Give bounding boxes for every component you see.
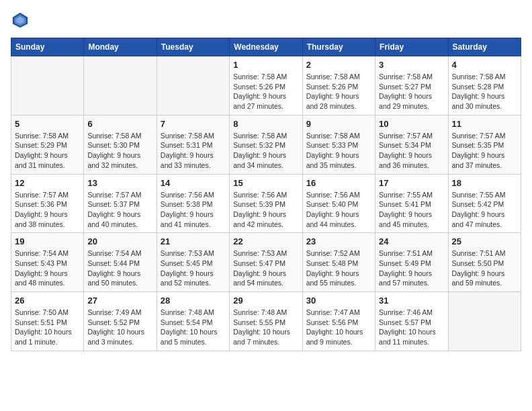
calendar-day-28: 28Sunrise: 7:48 AM Sunset: 5:54 PM Dayli…: [157, 292, 229, 351]
day-number: 6: [87, 119, 152, 129]
calendar-day-31: 31Sunrise: 7:46 AM Sunset: 5:57 PM Dayli…: [375, 292, 448, 351]
calendar-header-row: SundayMondayTuesdayWednesdayThursdayFrid…: [11, 38, 521, 56]
day-number: 12: [15, 178, 80, 188]
calendar-day-14: 14Sunrise: 7:56 AM Sunset: 5:38 PM Dayli…: [157, 174, 229, 233]
day-info: Sunrise: 7:47 AM Sunset: 5:56 PM Dayligh…: [306, 308, 371, 347]
day-info: Sunrise: 7:54 AM Sunset: 5:43 PM Dayligh…: [15, 248, 80, 288]
day-info: Sunrise: 7:55 AM Sunset: 5:41 PM Dayligh…: [379, 190, 444, 230]
col-header-tuesday: Tuesday: [157, 38, 229, 56]
day-info: Sunrise: 7:51 AM Sunset: 5:49 PM Dayligh…: [379, 248, 444, 288]
header: [11, 11, 521, 30]
calendar-week-row: 1Sunrise: 7:58 AM Sunset: 5:26 PM Daylig…: [11, 56, 521, 116]
calendar-day-2: 2Sunrise: 7:58 AM Sunset: 5:26 PM Daylig…: [302, 56, 375, 116]
day-info: Sunrise: 7:52 AM Sunset: 5:48 PM Dayligh…: [306, 248, 371, 288]
day-number: 28: [161, 295, 226, 306]
day-number: 18: [452, 178, 517, 188]
calendar-day-5: 5Sunrise: 7:58 AM Sunset: 5:29 PM Daylig…: [11, 115, 84, 174]
calendar-day-20: 20Sunrise: 7:54 AM Sunset: 5:44 PM Dayli…: [84, 233, 157, 292]
day-number: 10: [379, 119, 444, 129]
day-info: Sunrise: 7:56 AM Sunset: 5:38 PM Dayligh…: [161, 190, 226, 230]
calendar-day-15: 15Sunrise: 7:56 AM Sunset: 5:39 PM Dayli…: [230, 174, 302, 233]
calendar-day-19: 19Sunrise: 7:54 AM Sunset: 5:43 PM Dayli…: [11, 233, 84, 292]
calendar-day-4: 4Sunrise: 7:58 AM Sunset: 5:28 PM Daylig…: [448, 56, 521, 116]
calendar-day-1: 1Sunrise: 7:58 AM Sunset: 5:26 PM Daylig…: [230, 56, 302, 116]
day-number: 29: [233, 295, 298, 306]
day-info: Sunrise: 7:58 AM Sunset: 5:33 PM Dayligh…: [306, 131, 371, 171]
day-number: 25: [452, 236, 517, 246]
col-header-monday: Monday: [84, 38, 157, 56]
day-info: Sunrise: 7:53 AM Sunset: 5:45 PM Dayligh…: [161, 248, 226, 288]
day-number: 23: [306, 236, 371, 246]
day-info: Sunrise: 7:48 AM Sunset: 5:55 PM Dayligh…: [233, 308, 298, 347]
day-info: Sunrise: 7:49 AM Sunset: 5:52 PM Dayligh…: [87, 308, 152, 347]
col-header-wednesday: Wednesday: [230, 38, 302, 56]
calendar-day-16: 16Sunrise: 7:56 AM Sunset: 5:40 PM Dayli…: [302, 174, 375, 233]
day-number: 4: [452, 60, 517, 70]
day-number: 24: [379, 236, 444, 246]
day-number: 9: [306, 119, 371, 129]
calendar-day-29: 29Sunrise: 7:48 AM Sunset: 5:55 PM Dayli…: [230, 292, 302, 351]
col-header-saturday: Saturday: [448, 38, 521, 56]
calendar-day-6: 6Sunrise: 7:58 AM Sunset: 5:30 PM Daylig…: [84, 115, 157, 174]
calendar-day-26: 26Sunrise: 7:50 AM Sunset: 5:51 PM Dayli…: [11, 292, 84, 351]
day-info: Sunrise: 7:48 AM Sunset: 5:54 PM Dayligh…: [161, 308, 226, 347]
day-info: Sunrise: 7:57 AM Sunset: 5:37 PM Dayligh…: [87, 190, 152, 230]
day-info: Sunrise: 7:56 AM Sunset: 5:40 PM Dayligh…: [306, 190, 371, 230]
day-number: 5: [15, 119, 80, 129]
calendar-week-row: 19Sunrise: 7:54 AM Sunset: 5:43 PM Dayli…: [11, 233, 521, 292]
day-number: 19: [15, 236, 80, 246]
calendar-day-21: 21Sunrise: 7:53 AM Sunset: 5:45 PM Dayli…: [157, 233, 229, 292]
day-info: Sunrise: 7:58 AM Sunset: 5:28 PM Dayligh…: [452, 72, 517, 111]
calendar-empty: [448, 292, 521, 351]
day-number: 7: [161, 119, 226, 129]
calendar-day-8: 8Sunrise: 7:58 AM Sunset: 5:32 PM Daylig…: [230, 115, 302, 174]
day-number: 17: [379, 178, 444, 188]
calendar-day-27: 27Sunrise: 7:49 AM Sunset: 5:52 PM Dayli…: [84, 292, 157, 351]
day-info: Sunrise: 7:51 AM Sunset: 5:50 PM Dayligh…: [452, 248, 517, 288]
day-number: 2: [306, 60, 371, 70]
calendar-empty: [157, 56, 229, 116]
day-number: 11: [452, 119, 517, 129]
calendar-empty: [84, 56, 157, 116]
day-number: 16: [306, 178, 371, 188]
day-info: Sunrise: 7:58 AM Sunset: 5:32 PM Dayligh…: [233, 131, 298, 171]
calendar-week-row: 5Sunrise: 7:58 AM Sunset: 5:29 PM Daylig…: [11, 115, 521, 174]
day-info: Sunrise: 7:57 AM Sunset: 5:34 PM Dayligh…: [379, 131, 444, 171]
day-number: 27: [87, 295, 152, 306]
day-info: Sunrise: 7:58 AM Sunset: 5:30 PM Dayligh…: [87, 131, 152, 171]
day-number: 14: [161, 178, 226, 188]
day-info: Sunrise: 7:57 AM Sunset: 5:35 PM Dayligh…: [452, 131, 517, 171]
calendar-day-23: 23Sunrise: 7:52 AM Sunset: 5:48 PM Dayli…: [302, 233, 375, 292]
calendar-empty: [11, 56, 84, 116]
day-info: Sunrise: 7:57 AM Sunset: 5:36 PM Dayligh…: [15, 190, 80, 230]
day-number: 30: [306, 295, 371, 306]
calendar-week-row: 12Sunrise: 7:57 AM Sunset: 5:36 PM Dayli…: [11, 174, 521, 233]
day-number: 1: [233, 60, 298, 70]
day-info: Sunrise: 7:56 AM Sunset: 5:39 PM Dayligh…: [233, 190, 298, 230]
calendar-day-22: 22Sunrise: 7:53 AM Sunset: 5:47 PM Dayli…: [230, 233, 302, 292]
logo: [11, 11, 34, 30]
day-number: 26: [15, 295, 80, 306]
calendar-day-18: 18Sunrise: 7:55 AM Sunset: 5:42 PM Dayli…: [448, 174, 521, 233]
day-info: Sunrise: 7:58 AM Sunset: 5:26 PM Dayligh…: [233, 72, 298, 111]
day-info: Sunrise: 7:50 AM Sunset: 5:51 PM Dayligh…: [15, 308, 80, 347]
calendar-day-24: 24Sunrise: 7:51 AM Sunset: 5:49 PM Dayli…: [375, 233, 448, 292]
day-info: Sunrise: 7:58 AM Sunset: 5:31 PM Dayligh…: [161, 131, 226, 171]
day-info: Sunrise: 7:58 AM Sunset: 5:27 PM Dayligh…: [379, 72, 444, 111]
col-header-sunday: Sunday: [11, 38, 84, 56]
calendar-week-row: 26Sunrise: 7:50 AM Sunset: 5:51 PM Dayli…: [11, 292, 521, 351]
calendar-day-13: 13Sunrise: 7:57 AM Sunset: 5:37 PM Dayli…: [84, 174, 157, 233]
day-number: 21: [161, 236, 226, 246]
day-number: 8: [233, 119, 298, 129]
calendar: SundayMondayTuesdayWednesdayThursdayFrid…: [11, 38, 521, 351]
calendar-day-10: 10Sunrise: 7:57 AM Sunset: 5:34 PM Dayli…: [375, 115, 448, 174]
calendar-day-25: 25Sunrise: 7:51 AM Sunset: 5:50 PM Dayli…: [448, 233, 521, 292]
col-header-thursday: Thursday: [302, 38, 375, 56]
day-number: 20: [87, 236, 152, 246]
logo-icon: [11, 11, 30, 30]
calendar-day-12: 12Sunrise: 7:57 AM Sunset: 5:36 PM Dayli…: [11, 174, 84, 233]
day-info: Sunrise: 7:58 AM Sunset: 5:26 PM Dayligh…: [306, 72, 371, 111]
calendar-day-17: 17Sunrise: 7:55 AM Sunset: 5:41 PM Dayli…: [375, 174, 448, 233]
day-number: 13: [87, 178, 152, 188]
day-info: Sunrise: 7:46 AM Sunset: 5:57 PM Dayligh…: [379, 308, 444, 347]
